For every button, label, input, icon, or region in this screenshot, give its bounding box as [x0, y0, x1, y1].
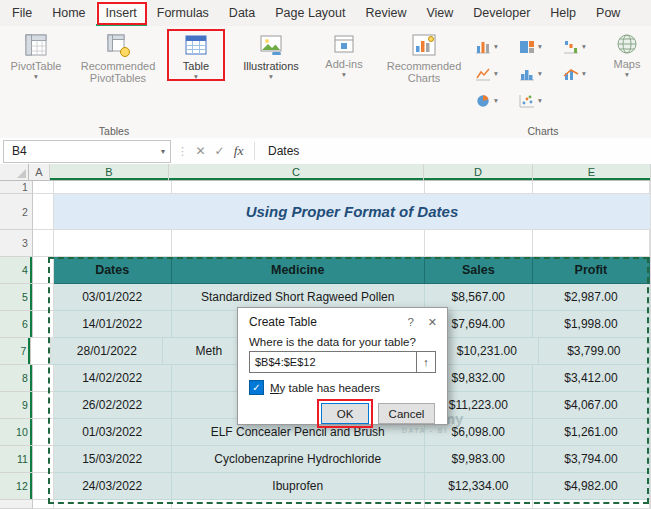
column-chart-button[interactable]: ▾ [470, 33, 514, 60]
add-ins-button[interactable]: Add-ins ▾ [316, 29, 372, 82]
cell-A3[interactable] [33, 230, 54, 257]
cell-B3[interactable] [54, 230, 172, 257]
cell-E4[interactable]: Profit [533, 257, 650, 284]
tab-page-layout[interactable]: Page Layout [265, 0, 355, 26]
hierarchy-chart-button[interactable]: ▾ [514, 33, 558, 60]
tab-help[interactable]: Help [540, 0, 586, 26]
maps-button[interactable]: Maps ▾ [602, 29, 651, 82]
cell-B9[interactable]: 26/02/2022 [54, 392, 172, 419]
cell-C11[interactable]: Cyclobenzaprine Hydrochloride [172, 446, 425, 473]
cell-E13[interactable] [533, 500, 650, 509]
cell-A9[interactable] [33, 392, 54, 419]
tab-insert[interactable]: Insert [96, 0, 147, 26]
cell-E12[interactable]: $4,982.00 [533, 473, 650, 500]
help-icon[interactable]: ? [398, 316, 422, 328]
line-chart-button[interactable]: ▾ [470, 60, 514, 87]
cell-B1[interactable] [54, 181, 172, 194]
collapse-dialog-icon[interactable]: ↑ [416, 352, 435, 372]
waterfall-chart-button[interactable]: ▾ [558, 33, 602, 60]
cell-E8[interactable]: $3,412.00 [533, 365, 650, 392]
tab-data[interactable]: Data [219, 0, 265, 26]
cell-D12[interactable]: $12,334.00 [425, 473, 533, 500]
cell-B13[interactable] [54, 500, 172, 509]
cell-A6[interactable] [33, 311, 54, 338]
row-header-1[interactable]: 1 [0, 181, 33, 194]
select-all-corner[interactable] [0, 164, 29, 181]
row-header-13[interactable] [0, 500, 33, 509]
cell-D13[interactable] [425, 500, 533, 509]
cell-E1[interactable] [533, 181, 650, 194]
tab-file[interactable]: File [2, 0, 42, 26]
cell-C1[interactable] [172, 181, 425, 194]
cell-C3[interactable] [172, 230, 425, 257]
close-icon[interactable]: ✕ [423, 316, 437, 329]
cell-A11[interactable] [33, 446, 54, 473]
tab-view[interactable]: View [416, 0, 463, 26]
col-header-A[interactable]: A [29, 164, 50, 181]
cell-D3[interactable] [425, 230, 533, 257]
cell-C13[interactable] [172, 500, 425, 509]
enter-entry-icon[interactable]: ✓ [210, 144, 229, 158]
cell-A1[interactable] [33, 181, 54, 194]
cell-E5[interactable]: $2,987.00 [533, 284, 650, 311]
pivottable-button[interactable]: PivotTable ▾ [2, 29, 70, 84]
cell-A10[interactable] [33, 419, 54, 446]
cell-B6[interactable]: 14/01/2022 [54, 311, 172, 338]
cancel-entry-icon[interactable]: ✕ [191, 144, 210, 158]
cell-C4[interactable]: Medicine [172, 257, 425, 284]
recommended-charts-button[interactable]: Recommended Charts [378, 29, 470, 88]
cell-A5[interactable] [33, 284, 54, 311]
cell-B7[interactable]: 28/01/2022 [51, 338, 163, 365]
tab-home[interactable]: Home [42, 0, 95, 26]
tab-developer[interactable]: Developer [463, 0, 540, 26]
cell-A2[interactable] [33, 194, 54, 230]
checkbox-label[interactable]: My table has headers [270, 382, 380, 394]
dialog-title-bar[interactable]: Create Table ? ✕ [238, 308, 447, 329]
cell-A13[interactable] [33, 500, 54, 509]
row-header-3[interactable]: 3 [0, 230, 33, 257]
cell-B11[interactable]: 15/03/2022 [54, 446, 172, 473]
tab-review[interactable]: Review [355, 0, 416, 26]
cell-D4[interactable]: Sales [425, 257, 533, 284]
cell-B10[interactable]: 01/03/2022 [54, 419, 172, 446]
ok-button[interactable]: OK [321, 403, 369, 424]
tab-formulas[interactable]: Formulas [147, 0, 219, 26]
row-header-9[interactable]: 9 [0, 392, 33, 419]
cell-E7[interactable]: $3,799.00 [539, 338, 650, 365]
col-header-D[interactable]: D [424, 164, 533, 181]
col-header-C[interactable]: C [169, 164, 424, 181]
cell-E11[interactable]: $3,794.00 [533, 446, 650, 473]
cell-D1[interactable] [425, 181, 533, 194]
headers-checkbox[interactable]: ✓ [249, 380, 264, 395]
insert-function-icon[interactable]: fx [229, 143, 248, 159]
cell-B5[interactable]: 03/01/2022 [54, 284, 172, 311]
formula-content[interactable]: Dates [268, 144, 299, 158]
cell-A12[interactable] [33, 473, 54, 500]
recommended-pivottables-button[interactable]: Recommended PivotTables [70, 29, 166, 88]
cell-E6[interactable]: $1,998.00 [533, 311, 650, 338]
cell-E10[interactable]: $1,261.00 [533, 419, 650, 446]
cell-B4[interactable]: Dates [54, 257, 172, 284]
cell-A7[interactable] [31, 338, 51, 365]
cell-A8[interactable] [33, 365, 54, 392]
row-header-2[interactable]: 2 [0, 194, 33, 230]
cell-D11[interactable]: $9,983.00 [425, 446, 533, 473]
illustrations-button[interactable]: Illustrations ▾ [232, 29, 310, 84]
tab-power-pivot[interactable]: Pow [586, 0, 630, 26]
table-button[interactable]: Table ▾ [166, 29, 226, 84]
chevron-down-icon[interactable]: ▾ [161, 147, 165, 156]
col-header-B[interactable]: B [50, 164, 169, 181]
range-input[interactable]: $B$4:$E$12 ↑ [249, 351, 436, 373]
row-header-12[interactable]: 12 [0, 473, 33, 500]
cell-B8[interactable]: 14/02/2022 [54, 365, 172, 392]
combo-chart-button[interactable]: ▾ [558, 60, 602, 87]
row-header-5[interactable]: 5 [0, 284, 33, 311]
col-header-E[interactable]: E [533, 164, 651, 181]
row-header-8[interactable]: 8 [0, 365, 33, 392]
scatter-chart-button[interactable]: ▾ [514, 87, 558, 114]
name-box[interactable]: B4 ▾ [3, 140, 171, 163]
cell-A4[interactable] [33, 257, 54, 284]
statistic-chart-button[interactable]: ▾ [514, 60, 558, 87]
pie-chart-button[interactable]: ▾ [470, 87, 514, 114]
row-header-7[interactable]: 7 [0, 338, 31, 365]
